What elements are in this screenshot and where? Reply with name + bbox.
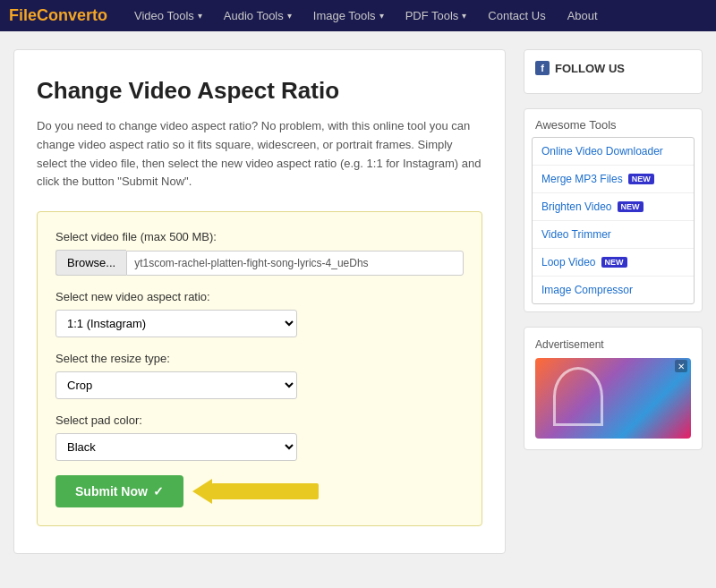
nav-item-image-tools[interactable]: Image Tools ▾ [304, 0, 393, 31]
browse-button[interactable]: Browse... [55, 250, 126, 276]
ad-image: ✕ [535, 358, 691, 439]
ad-close-button[interactable]: ✕ [675, 360, 687, 372]
sidebar: f FOLLOW US Awesome Tools Online Video D… [524, 49, 703, 554]
logo-text-main: FileConvert [9, 6, 98, 24]
checkmark-icon: ✓ [153, 484, 164, 499]
awesome-tools-box: Awesome Tools Online Video Downloader Me… [524, 108, 703, 312]
nav-item-pdf-tools[interactable]: PDF Tools ▾ [396, 0, 476, 31]
new-badge: NEW [628, 174, 654, 184]
file-row: Browse... yt1scom-rachel-platten-fight-s… [55, 250, 464, 276]
file-name-display: yt1scom-rachel-platten-fight-song-lyrics… [126, 251, 464, 276]
main-content: Change Video Aspect Ratio Do you need to… [13, 49, 506, 554]
site-logo[interactable]: FileConverto [9, 6, 107, 25]
resize-type-group: Select the resize type: Crop Pad Stretch [55, 352, 464, 399]
aspect-ratio-select[interactable]: 1:1 (Instagram) 16:9 (Widescreen) 4:3 (S… [55, 310, 297, 337]
tool-item-online-video-downloader[interactable]: Online Video Downloader [533, 138, 694, 166]
tools-list: Online Video Downloader Merge MP3 Files … [532, 137, 695, 304]
ad-title: Advertisement [535, 338, 691, 351]
navbar: FileConverto Video Tools ▾ Audio Tools ▾… [0, 0, 716, 31]
tool-item-image-compressor[interactable]: Image Compressor [533, 277, 694, 303]
arrow-body [211, 483, 319, 499]
arrow-annotation [192, 479, 319, 504]
aspect-label: Select new video aspect ratio: [55, 290, 464, 303]
pad-color-label: Select pad color: [55, 413, 464, 427]
nav-item-audio-tools[interactable]: Audio Tools ▾ [215, 0, 301, 31]
new-badge: NEW [618, 201, 644, 212]
nav-item-video-tools[interactable]: Video Tools ▾ [125, 0, 211, 31]
tool-item-video-trimmer[interactable]: Video Trimmer [533, 221, 694, 249]
chevron-down-icon: ▾ [379, 11, 384, 21]
tool-item-brighten-video[interactable]: Brighten Video NEW [533, 193, 694, 221]
follow-us-title: f FOLLOW US [535, 61, 691, 75]
nav-items: Video Tools ▾ Audio Tools ▾ Image Tools … [125, 0, 707, 31]
page-wrapper: Change Video Aspect Ratio Do you need to… [4, 31, 712, 572]
chevron-down-icon: ▾ [462, 11, 466, 21]
resize-type-select[interactable]: Crop Pad Stretch [55, 371, 297, 399]
submit-button[interactable]: Submit Now ✓ [55, 475, 183, 507]
pad-color-select[interactable]: Black White Blue Green Red [55, 433, 297, 461]
awesome-tools-title: Awesome Tools [524, 109, 702, 137]
file-label: Select video file (max 500 MB): [55, 230, 464, 243]
facebook-icon: f [535, 61, 550, 75]
chevron-down-icon: ▾ [287, 11, 292, 21]
ad-section: Advertisement ✕ [524, 327, 703, 450]
logo-accent: o [98, 6, 107, 24]
nav-item-about[interactable]: About [558, 0, 607, 31]
file-select-group: Select video file (max 500 MB): Browse..… [55, 230, 464, 276]
tool-item-merge-mp3[interactable]: Merge MP3 Files NEW [533, 166, 694, 193]
aspect-ratio-group: Select new video aspect ratio: 1:1 (Inst… [55, 290, 464, 337]
resize-label: Select the resize type: [55, 352, 464, 365]
submit-row: Submit Now ✓ [55, 475, 464, 507]
new-badge: NEW [601, 257, 627, 268]
nav-item-contact[interactable]: Contact Us [479, 0, 554, 31]
arrow-head [192, 479, 212, 504]
tool-item-loop-video[interactable]: Loop Video NEW [533, 249, 694, 277]
follow-us-box: f FOLLOW US [524, 49, 703, 94]
form-box: Select video file (max 500 MB): Browse..… [37, 211, 482, 526]
chevron-down-icon: ▾ [198, 11, 202, 21]
page-title: Change Video Aspect Ratio [37, 77, 482, 105]
pad-color-group: Select pad color: Black White Blue Green… [55, 413, 464, 461]
page-description: Do you need to change video aspect ratio… [37, 117, 482, 192]
